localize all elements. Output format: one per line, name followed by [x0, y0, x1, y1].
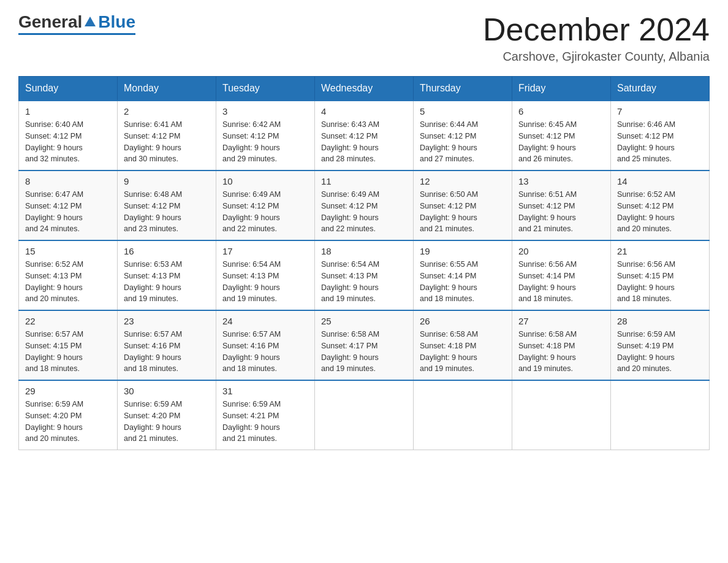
day-info: Sunrise: 6:47 AMSunset: 4:12 PMDaylight:…	[25, 189, 111, 235]
day-info: Sunrise: 6:45 AMSunset: 4:12 PMDaylight:…	[518, 119, 604, 165]
column-header-tuesday: Tuesday	[216, 77, 315, 101]
calendar-cell: 24Sunrise: 6:57 AMSunset: 4:16 PMDayligh…	[216, 310, 315, 380]
calendar-cell: 19Sunrise: 6:55 AMSunset: 4:14 PMDayligh…	[414, 240, 512, 310]
day-info: Sunrise: 6:52 AMSunset: 4:12 PMDaylight:…	[617, 189, 703, 235]
logo-blue-text: Blue	[98, 12, 135, 32]
day-number: 21	[617, 246, 703, 256]
day-number: 23	[124, 316, 210, 326]
day-info: Sunrise: 6:59 AMSunset: 4:20 PMDaylight:…	[25, 399, 111, 445]
calendar-table: SundayMondayTuesdayWednesdayThursdayFrid…	[18, 76, 710, 450]
calendar-cell	[611, 380, 710, 450]
calendar-cell: 5Sunrise: 6:44 AMSunset: 4:12 PMDaylight…	[414, 101, 512, 170]
calendar-cell: 13Sunrise: 6:51 AMSunset: 4:12 PMDayligh…	[512, 170, 611, 240]
calendar-cell: 12Sunrise: 6:50 AMSunset: 4:12 PMDayligh…	[414, 170, 512, 240]
calendar-cell: 25Sunrise: 6:58 AMSunset: 4:17 PMDayligh…	[315, 310, 414, 380]
day-number: 9	[124, 176, 210, 186]
calendar-cell: 16Sunrise: 6:53 AMSunset: 4:13 PMDayligh…	[118, 240, 216, 310]
calendar-cell: 28Sunrise: 6:59 AMSunset: 4:19 PMDayligh…	[611, 310, 710, 380]
day-info: Sunrise: 6:57 AMSunset: 4:16 PMDaylight:…	[124, 329, 210, 375]
day-info: Sunrise: 6:40 AMSunset: 4:12 PMDaylight:…	[25, 119, 111, 165]
column-header-friday: Friday	[512, 77, 611, 101]
calendar-cell	[512, 380, 611, 450]
logo-general-text: General	[18, 12, 82, 32]
day-number: 25	[321, 316, 407, 326]
week-row-3: 15Sunrise: 6:52 AMSunset: 4:13 PMDayligh…	[19, 240, 710, 310]
day-info: Sunrise: 6:43 AMSunset: 4:12 PMDaylight:…	[321, 119, 407, 165]
day-number: 29	[25, 386, 111, 396]
calendar-cell: 27Sunrise: 6:58 AMSunset: 4:18 PMDayligh…	[512, 310, 611, 380]
day-number: 3	[222, 106, 308, 117]
day-info: Sunrise: 6:58 AMSunset: 4:17 PMDaylight:…	[321, 329, 407, 375]
day-number: 28	[617, 316, 703, 326]
day-number: 1	[25, 106, 111, 117]
days-header-row: SundayMondayTuesdayWednesdayThursdayFrid…	[19, 77, 710, 101]
calendar-cell: 15Sunrise: 6:52 AMSunset: 4:13 PMDayligh…	[19, 240, 118, 310]
calendar-cell: 21Sunrise: 6:56 AMSunset: 4:15 PMDayligh…	[611, 240, 710, 310]
logo-underline	[18, 33, 135, 35]
week-row-4: 22Sunrise: 6:57 AMSunset: 4:15 PMDayligh…	[19, 310, 710, 380]
day-info: Sunrise: 6:53 AMSunset: 4:13 PMDaylight:…	[124, 259, 210, 305]
logo: General Blue	[18, 12, 135, 35]
day-number: 12	[420, 176, 506, 186]
calendar-cell	[414, 380, 512, 450]
day-info: Sunrise: 6:51 AMSunset: 4:12 PMDaylight:…	[518, 189, 604, 235]
day-number: 14	[617, 176, 703, 186]
day-number: 7	[617, 106, 703, 117]
day-number: 8	[25, 176, 111, 186]
calendar-cell	[315, 380, 414, 450]
calendar-cell: 20Sunrise: 6:56 AMSunset: 4:14 PMDayligh…	[512, 240, 611, 310]
calendar-cell: 7Sunrise: 6:46 AMSunset: 4:12 PMDaylight…	[611, 101, 710, 170]
day-number: 10	[222, 176, 308, 186]
calendar-cell: 2Sunrise: 6:41 AMSunset: 4:12 PMDaylight…	[118, 101, 216, 170]
day-number: 4	[321, 106, 407, 117]
logo-triangle-icon	[83, 15, 97, 29]
calendar-cell: 18Sunrise: 6:54 AMSunset: 4:13 PMDayligh…	[315, 240, 414, 310]
day-number: 18	[321, 246, 407, 256]
day-info: Sunrise: 6:57 AMSunset: 4:15 PMDaylight:…	[25, 329, 111, 375]
calendar-cell: 3Sunrise: 6:42 AMSunset: 4:12 PMDaylight…	[216, 101, 315, 170]
calendar-cell: 14Sunrise: 6:52 AMSunset: 4:12 PMDayligh…	[611, 170, 710, 240]
day-info: Sunrise: 6:59 AMSunset: 4:19 PMDaylight:…	[617, 329, 703, 375]
day-info: Sunrise: 6:56 AMSunset: 4:15 PMDaylight:…	[617, 259, 703, 305]
day-number: 20	[518, 246, 604, 256]
calendar-cell: 1Sunrise: 6:40 AMSunset: 4:12 PMDaylight…	[19, 101, 118, 170]
day-info: Sunrise: 6:56 AMSunset: 4:14 PMDaylight:…	[518, 259, 604, 305]
week-row-2: 8Sunrise: 6:47 AMSunset: 4:12 PMDaylight…	[19, 170, 710, 240]
day-number: 5	[420, 106, 506, 117]
column-header-wednesday: Wednesday	[315, 77, 414, 101]
day-info: Sunrise: 6:52 AMSunset: 4:13 PMDaylight:…	[25, 259, 111, 305]
day-info: Sunrise: 6:42 AMSunset: 4:12 PMDaylight:…	[222, 119, 308, 165]
day-info: Sunrise: 6:44 AMSunset: 4:12 PMDaylight:…	[420, 119, 506, 165]
day-number: 15	[25, 246, 111, 256]
day-number: 19	[420, 246, 506, 256]
calendar-cell: 22Sunrise: 6:57 AMSunset: 4:15 PMDayligh…	[19, 310, 118, 380]
calendar-cell: 29Sunrise: 6:59 AMSunset: 4:20 PMDayligh…	[19, 380, 118, 450]
day-info: Sunrise: 6:54 AMSunset: 4:13 PMDaylight:…	[222, 259, 308, 305]
day-number: 16	[124, 246, 210, 256]
day-number: 27	[518, 316, 604, 326]
day-info: Sunrise: 6:57 AMSunset: 4:16 PMDaylight:…	[222, 329, 308, 375]
day-number: 17	[222, 246, 308, 256]
day-number: 30	[124, 386, 210, 396]
day-number: 2	[124, 106, 210, 117]
day-number: 6	[518, 106, 604, 117]
page-header: General Blue December 2024 Carshove, Gji…	[18, 12, 710, 64]
column-header-sunday: Sunday	[19, 77, 118, 101]
calendar-cell: 10Sunrise: 6:49 AMSunset: 4:12 PMDayligh…	[216, 170, 315, 240]
day-info: Sunrise: 6:49 AMSunset: 4:12 PMDaylight:…	[321, 189, 407, 235]
week-row-1: 1Sunrise: 6:40 AMSunset: 4:12 PMDaylight…	[19, 101, 710, 170]
calendar-cell: 8Sunrise: 6:47 AMSunset: 4:12 PMDaylight…	[19, 170, 118, 240]
month-title: December 2024	[483, 12, 710, 47]
day-info: Sunrise: 6:49 AMSunset: 4:12 PMDaylight:…	[222, 189, 308, 235]
week-row-5: 29Sunrise: 6:59 AMSunset: 4:20 PMDayligh…	[19, 380, 710, 450]
day-info: Sunrise: 6:50 AMSunset: 4:12 PMDaylight:…	[420, 189, 506, 235]
svg-marker-0	[85, 17, 96, 26]
calendar-cell: 17Sunrise: 6:54 AMSunset: 4:13 PMDayligh…	[216, 240, 315, 310]
header-right: December 2024 Carshove, Gjirokaster Coun…	[483, 12, 710, 64]
column-header-monday: Monday	[118, 77, 216, 101]
column-header-thursday: Thursday	[414, 77, 512, 101]
day-info: Sunrise: 6:58 AMSunset: 4:18 PMDaylight:…	[420, 329, 506, 375]
day-info: Sunrise: 6:55 AMSunset: 4:14 PMDaylight:…	[420, 259, 506, 305]
day-number: 24	[222, 316, 308, 326]
calendar-cell: 23Sunrise: 6:57 AMSunset: 4:16 PMDayligh…	[118, 310, 216, 380]
